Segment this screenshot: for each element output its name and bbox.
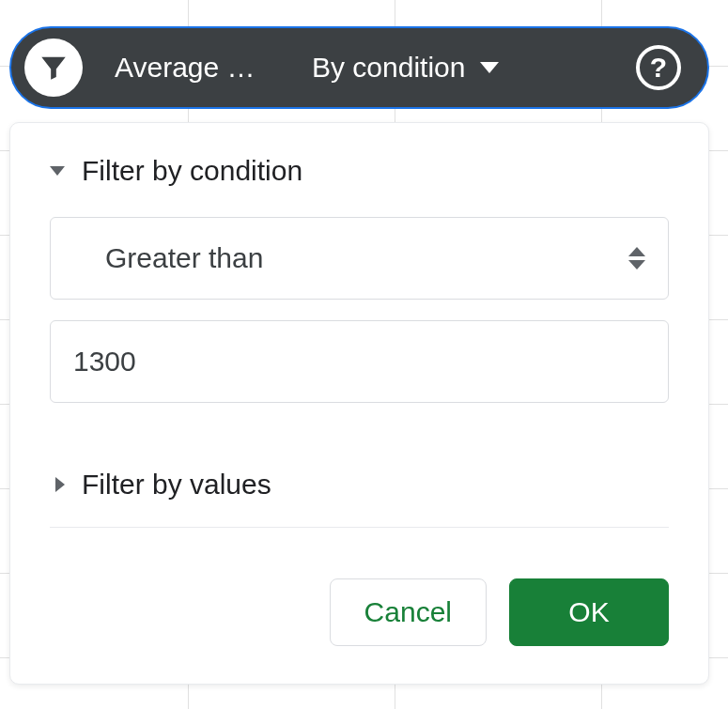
slicer-column-label: Average … (115, 52, 274, 84)
slicer-condition-label: By condition (312, 52, 465, 84)
condition-value-input[interactable] (50, 320, 669, 403)
collapse-triangle-icon (50, 166, 65, 176)
filter-icon-circle[interactable] (24, 39, 83, 97)
chevron-down-icon (480, 62, 499, 73)
filter-by-condition-label: Filter by condition (82, 155, 302, 187)
filter-by-values-label: Filter by values (82, 469, 271, 501)
filter-by-condition-header[interactable]: Filter by condition (50, 155, 669, 187)
filter-by-values-section: Filter by values (50, 469, 669, 528)
filter-by-values-header[interactable]: Filter by values (55, 469, 669, 501)
expand-triangle-icon (55, 477, 65, 492)
ok-button[interactable]: OK (509, 578, 669, 646)
funnel-icon (38, 52, 70, 84)
slicer-condition-dropdown[interactable]: By condition (312, 52, 499, 84)
help-icon: ? (650, 52, 667, 84)
button-row: Cancel OK (50, 578, 669, 646)
filter-panel: Filter by condition Greater than Filter … (9, 122, 709, 685)
select-arrows-icon (628, 247, 645, 270)
slicer-pill[interactable]: Average … By condition ? (9, 26, 709, 109)
ok-button-label: OK (568, 596, 609, 628)
cancel-button-label: Cancel (364, 596, 452, 628)
condition-type-value: Greater than (105, 242, 263, 274)
help-button[interactable]: ? (636, 45, 681, 90)
condition-type-select[interactable]: Greater than (50, 217, 669, 300)
cancel-button[interactable]: Cancel (330, 578, 487, 646)
